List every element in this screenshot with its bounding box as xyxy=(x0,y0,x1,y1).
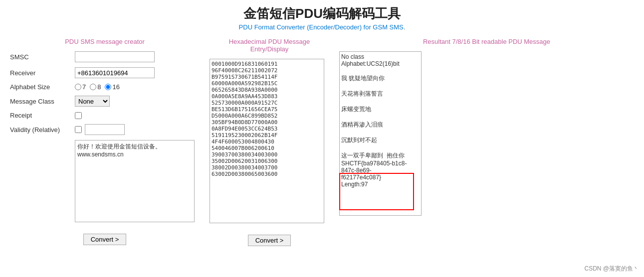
receipt-label: Receipt xyxy=(10,112,75,119)
message-textarea[interactable]: 你好！欢迎使用金笛短信设备。www.sendsms.cn xyxy=(75,140,195,222)
smsc-row: SMSC xyxy=(10,51,200,62)
middle-column: Hexadecimal PDU Message Entry/Display 00… xyxy=(205,38,334,246)
validity-checkbox[interactable] xyxy=(75,126,82,133)
mid-col-header: Hexadecimal PDU Message Entry/Display xyxy=(210,38,329,53)
right-column: Resultant 7/8/16 Bit readable PDU Messag… xyxy=(334,38,634,246)
radio-8-label[interactable]: 8 xyxy=(90,83,101,91)
hex-textarea[interactable]: 0001000D916831060191 96F40008C2621100207… xyxy=(210,59,324,223)
subtitle: PDU Format Converter (Encoder/Decoder) f… xyxy=(10,23,634,31)
receipt-checkbox[interactable] xyxy=(75,112,82,119)
message-class-row: Message Class None Class 0 Class 1 Class… xyxy=(10,96,200,107)
radio-8[interactable] xyxy=(90,84,96,90)
right-col-header: Resultant 7/8/16 Bit readable PDU Messag… xyxy=(339,38,634,45)
validity-row: Validity (Relative) xyxy=(10,124,200,135)
title-section: 金笛短信PDU编码解码工具 PDU Format Converter (Enco… xyxy=(10,5,634,31)
receiver-row: Receiver xyxy=(10,67,200,78)
main-title: 金笛短信PDU编码解码工具 xyxy=(10,5,634,22)
radio-7-label[interactable]: 7 xyxy=(75,83,86,91)
left-col-header: PDU SMS message creator xyxy=(10,38,200,45)
message-class-select[interactable]: None Class 0 Class 1 Class 2 Class 3 xyxy=(75,96,110,107)
radio-16-label[interactable]: 16 xyxy=(105,83,119,91)
result-textarea[interactable]: No class Alphabet:UCS2(16)bit 我 犹疑地望向你 天… xyxy=(339,51,422,216)
mid-convert-btn-row: Convert > xyxy=(210,230,329,246)
result-box-wrapper: No class Alphabet:UCS2(16)bit 我 犹疑地望向你 天… xyxy=(339,51,422,217)
alphabet-row: Alphabet Size 7 8 16 xyxy=(10,83,200,91)
left-column: PDU SMS message creator SMSC Receiver Al… xyxy=(10,38,205,246)
radio-16[interactable] xyxy=(105,84,111,90)
message-class-label: Message Class xyxy=(10,98,75,105)
page-wrapper: 金笛短信PDU编码解码工具 PDU Format Converter (Enco… xyxy=(0,0,644,277)
validity-label: Validity (Relative) xyxy=(10,126,75,134)
csdn-watermark: CSDN @落寞的鱼丶 xyxy=(584,265,639,273)
smsc-input[interactable] xyxy=(75,51,155,62)
left-convert-btn-row: Convert > xyxy=(10,229,200,245)
validity-controls xyxy=(75,124,125,135)
validity-input[interactable] xyxy=(85,124,125,135)
alphabet-label: Alphabet Size xyxy=(10,83,75,91)
left-convert-button[interactable]: Convert > xyxy=(83,234,127,245)
message-area-wrapper: 你好！欢迎使用金笛短信设备。www.sendsms.cn xyxy=(75,140,200,224)
mid-convert-button[interactable]: Convert > xyxy=(248,235,291,246)
radio-7[interactable] xyxy=(75,84,81,90)
smsc-label: SMSC xyxy=(10,53,75,61)
alphabet-radio-group: 7 8 16 xyxy=(75,83,120,91)
receiver-label: Receiver xyxy=(10,69,75,77)
receiver-input[interactable] xyxy=(75,67,155,78)
receipt-row: Receipt xyxy=(10,112,200,119)
